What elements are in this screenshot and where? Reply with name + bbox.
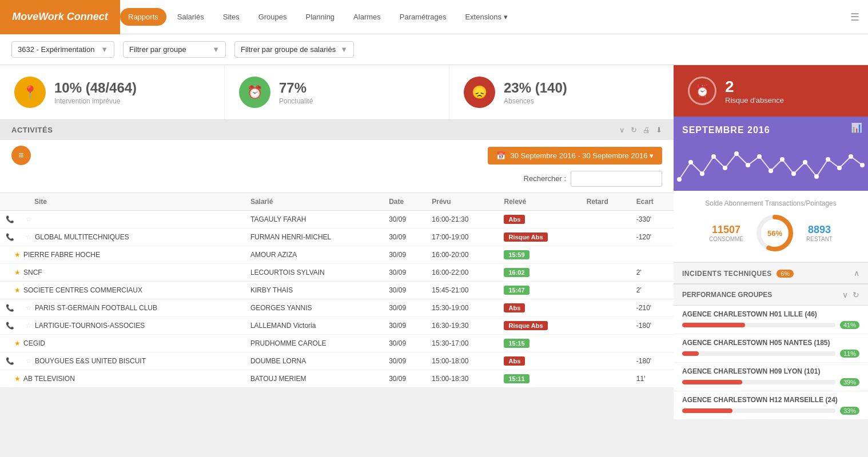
solde-consumed-value: 11507	[709, 224, 743, 236]
stat-intervention: 📍 10% (48/464) Intervention imprévue	[0, 65, 225, 119]
svg-point-9	[780, 157, 785, 162]
svg-point-13	[826, 157, 830, 162]
cell-date: 30/09	[383, 264, 426, 282]
col-prevu: Prévu	[426, 193, 498, 211]
cell-salarie: TAGAULY FARAH	[245, 211, 383, 228]
nav-salaries[interactable]: Salariés	[169, 8, 212, 26]
risk-value: 2	[725, 78, 784, 96]
star-icon: ☆	[26, 233, 32, 241]
performance-group-row: AGENCE CHARLESTOWN H12 MARSEILLE (24) 33…	[674, 391, 868, 420]
cell-site: ★ CEGID	[0, 335, 245, 352]
star-icon: ☆	[26, 304, 32, 312]
nav-planning[interactable]: Planning	[298, 8, 343, 26]
cell-date: 30/09	[383, 211, 426, 228]
col-releve: Relevé	[498, 193, 580, 211]
nav-alarmes[interactable]: Alarmes	[345, 8, 389, 26]
solde-remaining-value: 8893	[806, 224, 833, 236]
refresh-icon[interactable]: ↻	[631, 126, 637, 134]
nav-sites[interactable]: Sites	[215, 8, 248, 26]
performance-collapse-button[interactable]: ∨	[842, 290, 848, 299]
cell-site: 📞 ☆ BOUYGUES E&S UNITED BISCUIT	[0, 352, 245, 370]
hamburger-icon[interactable]: ☰	[850, 11, 859, 23]
calendar-title: SEPTEMBRE 2016	[682, 125, 859, 135]
calendar-chart	[674, 145, 868, 191]
activities-title: ACTIVITÉS	[11, 126, 53, 134]
salaries-group-filter-value: Filtrer par groupe de salariés	[241, 45, 336, 54]
cell-retard	[581, 370, 631, 388]
perf-bar-container: 39%	[682, 378, 859, 386]
cell-ecart: -210'	[631, 299, 674, 317]
cell-retard	[581, 282, 631, 299]
perf-percentage: 41%	[840, 321, 859, 329]
cell-releve: Abs	[498, 211, 580, 228]
stat-absences-label: Absences	[504, 97, 567, 105]
chart-icon[interactable]: 📊	[851, 122, 862, 133]
performance-group-row: AGENCE CHARLESTOWN H09 LYON (101) 39%	[674, 363, 868, 391]
cell-site: 📞 ☆	[0, 211, 245, 228]
nav-parametrages[interactable]: Paramétrages	[392, 8, 455, 26]
cell-prevu: 16:00-21:30	[426, 211, 498, 228]
perf-bar-container: 11%	[682, 350, 859, 358]
table-row: ★ SNCF LECOURTOIS SYLVAIN 30/09 16:00-22…	[0, 264, 674, 282]
cell-prevu: 15:00-18:00	[426, 352, 498, 370]
download-icon[interactable]: ⬇	[656, 126, 662, 134]
col-date: Date	[383, 193, 426, 211]
star-icon: ★	[14, 375, 21, 383]
cell-prevu: 17:00-19:00	[426, 228, 498, 246]
perf-bar-fill	[682, 408, 732, 413]
print-icon[interactable]: 🖨	[643, 126, 650, 134]
group-filter[interactable]: Filtrer par groupe ▼	[123, 41, 226, 58]
cell-date: 30/09	[383, 228, 426, 246]
stat-intervention-value: 10% (48/464)	[54, 80, 137, 96]
incidents-collapse-button[interactable]: ∧	[854, 268, 859, 278]
header: MoveWork Connect Rapports Salariés Sites…	[0, 0, 868, 34]
logo: MoveWork Connect	[12, 11, 108, 23]
nav-extensions[interactable]: Extensions ▾	[457, 8, 515, 26]
risk-info: 2 Risque d'absence	[725, 78, 784, 105]
perf-bar-container: 33%	[682, 407, 859, 415]
cell-site: 📞 ☆ PARIS ST-GERMAIN FOOTBALL CLUB	[0, 299, 245, 317]
chevron-down-icon[interactable]: ∨	[619, 126, 625, 134]
performance-refresh-button[interactable]: ↻	[853, 290, 859, 299]
solde-consumed-label: CONSOMMÉ	[709, 236, 743, 242]
performance-header: PERFORMANCE GROUPES ∨ ↻	[674, 284, 868, 306]
clock-icon: ⏰	[239, 77, 270, 108]
cell-site: ★ SOCIETE CENTRES COMMERCIAUX	[0, 282, 245, 299]
perf-bar-bg	[682, 408, 835, 413]
nav-rapports[interactable]: Rapports	[120, 8, 166, 26]
location-icon: 📍	[14, 77, 46, 108]
cell-releve: 15:15	[498, 335, 580, 352]
cell-retard	[581, 228, 631, 246]
search-label: Rechercher :	[524, 171, 566, 187]
performance-group-row: AGENCE CHARLESTOWN H01 LILLE (46) 41%	[674, 306, 868, 334]
search-input[interactable]	[571, 171, 662, 187]
chevron-down-icon: ▼	[101, 45, 108, 54]
cell-prevu: 15:00-18:30	[426, 370, 498, 388]
col-salarie: Salarié	[245, 193, 383, 211]
date-range-button[interactable]: 📅 30 Septembre 2016 - 30 Septembre 2016 …	[488, 147, 662, 165]
cell-date: 30/09	[383, 299, 426, 317]
activities-table: Site Salarié Date Prévu Relevé Retard Ec…	[0, 193, 674, 388]
star-icon: ★	[14, 251, 21, 259]
solde-consumed: 11507 CONSOMMÉ	[709, 224, 743, 242]
table-row: ★ AB TELEVISION BATOUJ MERIEM 30/09 15:0…	[0, 370, 674, 388]
cell-releve: Abs	[498, 299, 580, 317]
col-ecart: Ecart	[631, 193, 674, 211]
perf-percentage: 39%	[840, 378, 859, 386]
svg-point-16	[860, 163, 865, 167]
solde-label: Solde Abonnement Transactions/Pointages	[685, 199, 857, 207]
cell-salarie: DOUMBE LORNA	[245, 352, 383, 370]
menu-button[interactable]: ≡	[11, 146, 31, 165]
nav-groupes[interactable]: Groupes	[250, 8, 295, 26]
salaries-group-filter[interactable]: Filtrer par groupe de salariés ▼	[234, 41, 354, 58]
search-row: Rechercher :	[0, 171, 674, 193]
right-panel: ⏰ 2 Risque d'absence SEPTEMBRE 2016 📊	[674, 65, 868, 420]
account-filter[interactable]: 3632 - Expérimentation ▼	[11, 41, 114, 58]
table-row: 📞 ☆ BOUYGUES E&S UNITED BISCUIT DOUMBE L…	[0, 352, 674, 370]
risk-clock-icon: ⏰	[688, 77, 716, 105]
stat-intervention-info: 10% (48/464) Intervention imprévue	[54, 80, 137, 105]
svg-point-4	[723, 166, 727, 170]
site-name: SOCIETE CENTRES COMMERCIAUX	[23, 286, 142, 294]
stat-absences: 😞 23% (140) Absences	[449, 65, 674, 119]
content-area: 📍 10% (48/464) Intervention imprévue ⏰ 7…	[0, 65, 674, 420]
